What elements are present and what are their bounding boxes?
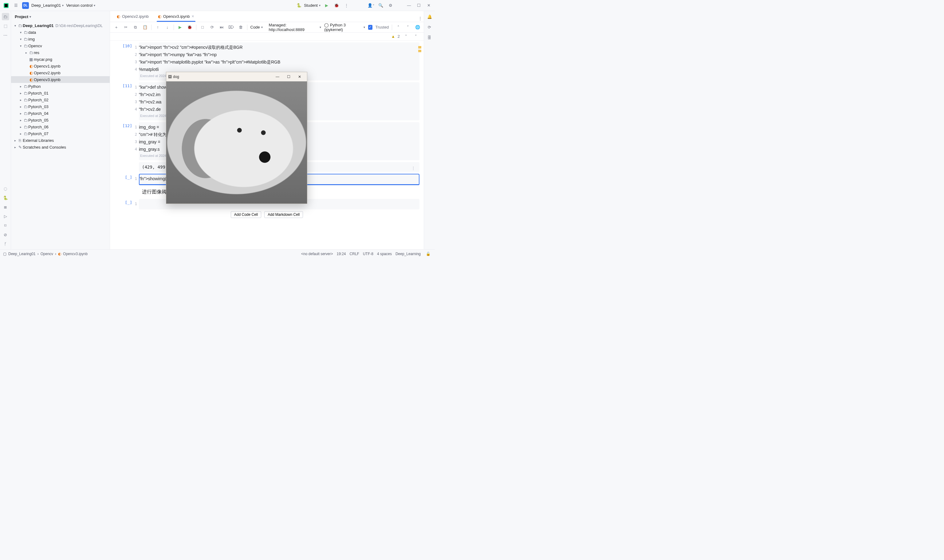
project-tree[interactable]: ▾🗀Deep_Learing01D:\Git-res\DeepLearing\D… [11,22,110,151]
tool-layers-icon[interactable]: ≣ [2,203,9,211]
move-up-icon[interactable]: ↑ [154,24,161,31]
main-menu-icon[interactable]: ☰ [12,2,20,9]
tree-root[interactable]: ▾🗀Deep_Learing01D:\Git-res\DeepLearing\D… [11,22,110,29]
tool-python-console-icon[interactable]: ◌ [2,185,9,192]
popup-close-icon[interactable]: ✕ [294,75,305,79]
image-window[interactable]: 🖼 dog ― ☐ ✕ [166,72,307,204]
tree-row[interactable]: ◐Opencv3.ipynb [11,76,110,83]
status-interpreter[interactable]: Deep_Learning [395,252,421,256]
search-icon[interactable]: 🔍 [377,2,384,9]
tool-terminal-icon[interactable]: ⌑ [2,222,9,229]
tree-row[interactable]: ▸✎Scratches and Consoles [11,144,110,151]
cell-prompt: [_] [114,199,132,209]
status-encoding[interactable]: UTF-8 [363,252,373,256]
delete-cell-icon[interactable]: 🗑 [238,24,244,31]
tab-close-icon[interactable]: × [191,14,194,19]
status-indent[interactable]: 4 spaces [377,252,392,256]
cut-icon[interactable]: ✂ [123,24,129,31]
tree-row[interactable]: ▾🗀Opencv [11,42,110,49]
tool-services-icon[interactable]: ▷ [2,212,9,220]
trusted-check-icon[interactable]: ✓ [368,25,372,30]
status-eol[interactable]: CRLF [350,252,359,256]
tree-row[interactable]: ◐Opencv2.ipynb [11,69,110,76]
output-more-icon[interactable]: ⋮ [410,165,417,172]
tool-problems-icon[interactable]: ⊘ [2,231,9,238]
nav-up-icon[interactable]: ˄ [395,24,402,31]
tree-row[interactable]: ▸🗀res [11,49,110,56]
status-caret-pos[interactable]: 19:24 [337,252,346,256]
project-badge: DL [22,2,29,9]
restart-icon[interactable]: ⟳ [209,24,215,31]
inspection-bar: ▲ 2 ˄ ˅ [110,32,424,40]
tree-row[interactable]: ▸🗀Pytorch_05 [11,117,110,123]
project-panel: Project▾ ▾🗀Deep_Learing01D:\Git-res\Deep… [11,11,110,249]
svg-rect-1 [5,4,8,7]
more-icon[interactable]: ⋮ [342,2,350,9]
add-cell-icon[interactable]: ＋ [113,24,120,31]
run-cell-icon[interactable]: ▶ [177,24,184,31]
nav-down-icon[interactable]: ˅ [405,24,411,31]
tree-row[interactable]: ▸⎘External Libraries [11,137,110,144]
tree-row[interactable]: ▾🗀img [11,35,110,42]
editor-tab[interactable]: ◐Opencv2.ipynb [113,11,153,22]
inspect-up-icon[interactable]: ˄ [402,33,410,40]
run-all-icon[interactable]: ⏭ [219,24,225,31]
tool-project-icon[interactable]: 🗀 [2,13,9,20]
status-lock-icon[interactable]: 🔓 [424,250,432,258]
tool-pypackages-icon[interactable]: 🐍 [2,194,9,202]
status-server[interactable]: <no default server> [301,252,333,256]
database-icon[interactable]: 🗄 [426,34,433,41]
tree-row[interactable]: ◐Opencv1.ipynb [11,63,110,69]
cell-type-dropdown[interactable]: Code▾ [250,25,263,29]
tree-row[interactable]: ▸🗀Pytorch_07 [11,130,110,137]
add-markdown-cell-button[interactable]: Add Markdown Cell [264,211,303,218]
vcs-menu[interactable]: Version control▾ [66,3,95,8]
tree-row[interactable]: ▸🗀Pytorch_04 [11,110,110,117]
popup-minimize-icon[interactable]: ― [272,75,283,79]
browser-icon[interactable]: 🌐 [414,24,421,31]
debug-icon[interactable]: 🐞 [333,2,340,9]
window-close-icon[interactable]: ✕ [425,2,432,9]
debug-cell-icon[interactable]: 🐞 [187,24,193,31]
tree-row[interactable]: ▸🗀Pytorch_01 [11,90,110,96]
settings-icon[interactable]: ⚙ [387,2,394,9]
ide-logo-icon[interactable] [3,2,10,9]
tree-row[interactable]: ▸🗀Python [11,83,110,90]
tree-row[interactable]: ▸🗀Pytorch_02 [11,96,110,103]
tool-structure-icon[interactable]: ⬚ [2,22,9,29]
popup-maximize-icon[interactable]: ☐ [283,75,294,79]
tab-more-icon[interactable]: ⋮ [416,14,424,22]
tree-row[interactable]: ▦mycar.png [11,56,110,63]
notebook-toolbar: ＋ ✂ ⧉ 📋 ↑ ↓ ▶ 🐞 □ ⟳ ⏭ ⌦ 🗑 Code▾ Managed:… [110,22,424,32]
move-down-icon[interactable]: ↓ [164,24,171,31]
tree-row[interactable]: ▸🗀Pytorch_06 [11,123,110,130]
project-selector[interactable]: Deep_Learing01▾ [31,3,63,8]
clear-output-icon[interactable]: ⌦ [228,24,234,31]
tree-row[interactable]: ▸🗀Pytorch_03 [11,103,110,110]
tree-row[interactable]: ▾🗀data [11,29,110,35]
kernel-selector[interactable]: ◯ Python 3 (ipykernel) [324,23,360,32]
managed-server[interactable]: Managed: http://localhost:8889 [269,23,317,32]
copy-icon[interactable]: ⧉ [132,24,139,31]
code-with-me-icon[interactable]: 👤⁺ [367,2,375,9]
editor-tab[interactable]: ◐Opencv3.ipynb× [154,11,199,22]
image-window-title: dog [173,75,179,79]
tool-more-icon[interactable]: ⋯ [2,31,9,39]
user-menu[interactable]: Student▾ [304,3,321,8]
notifications-icon[interactable]: 🔔 [426,13,433,20]
run-icon[interactable]: ▶ [323,2,330,9]
warning-icon[interactable]: ▲ [391,34,395,39]
add-code-cell-button[interactable]: Add Code Cell [231,211,261,218]
breadcrumb[interactable]: ▢Deep_Learing01› Opencv› ◐Opencv3.ipynb [3,252,88,256]
project-panel-header[interactable]: Project▾ [11,11,110,22]
paste-icon[interactable]: 📋 [142,24,148,31]
image-window-titlebar[interactable]: 🖼 dog ― ☐ ✕ [166,72,307,82]
window-minimize-icon[interactable]: ― [405,2,413,9]
statusbar: ▢Deep_Learing01› Opencv› ◐Opencv3.ipynb … [0,249,435,258]
window-maximize-icon[interactable]: ☐ [415,2,423,9]
error-stripe[interactable] [418,46,421,65]
stop-icon[interactable]: □ [199,24,206,31]
inspect-down-icon[interactable]: ˅ [412,33,420,40]
jupyter-vars-icon[interactable]: ⟳ [426,23,433,31]
tool-vcs-icon[interactable]: ᚶ [2,240,9,248]
